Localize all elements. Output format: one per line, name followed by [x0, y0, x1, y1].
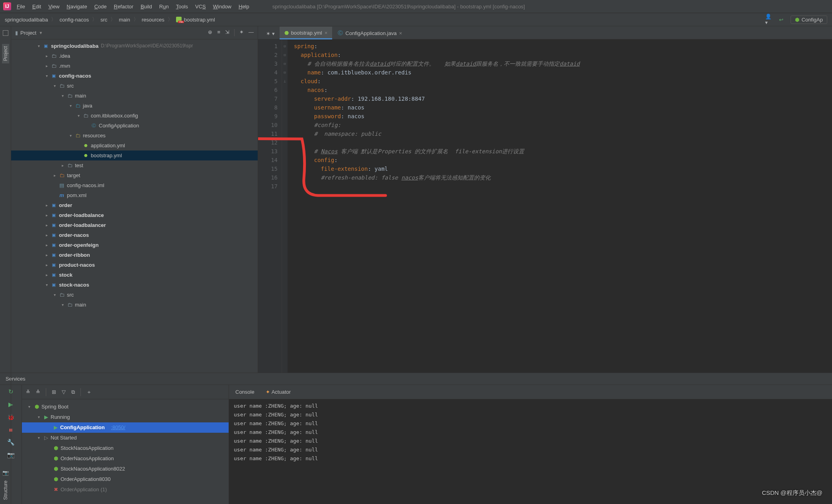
- tree-root[interactable]: springcloudalibaba: [51, 42, 98, 50]
- tree-node[interactable]: pom.xml: [67, 191, 86, 199]
- breadcrumb-item[interactable]: src: [100, 17, 107, 23]
- tree-node[interactable]: order-nacos: [59, 231, 89, 239]
- tree-node[interactable]: order-openfeign: [59, 241, 99, 249]
- tree-node[interactable]: java: [83, 102, 92, 110]
- expand-all-icon[interactable]: ≡: [217, 29, 220, 36]
- menu-edit[interactable]: Edit: [32, 4, 41, 10]
- tree-node[interactable]: target: [67, 171, 80, 180]
- filter-icon[interactable]: ▽: [62, 389, 66, 395]
- group-icon[interactable]: ⊞: [52, 389, 56, 395]
- services-header[interactable]: Services: [0, 373, 832, 385]
- tab-settings-icon[interactable]: ✶ ▾: [262, 28, 279, 39]
- menu-help[interactable]: Help: [239, 4, 249, 10]
- menu-view[interactable]: View: [48, 4, 59, 10]
- running-app[interactable]: ConfigApplication: [60, 423, 105, 432]
- console-tab[interactable]: Console: [234, 387, 256, 397]
- menu-file[interactable]: File: [17, 4, 25, 10]
- service-app[interactable]: OrderApplication8030: [61, 475, 111, 484]
- tree-node[interactable]: src: [67, 291, 74, 299]
- code-editor[interactable]: 123 456 789 101112 131415 1617 ⊟⊟ ⊟ ⊟ ⊥ …: [258, 39, 832, 373]
- breadcrumb-item[interactable]: bootstrap.yml: [184, 17, 215, 23]
- project-tool-button[interactable]: Project: [2, 44, 9, 63]
- console-output[interactable]: user name :ZHENG; age: nulluser name :ZH…: [229, 399, 832, 504]
- tree-node[interactable]: stock-nacos: [59, 281, 89, 289]
- layout-icon[interactable]: ⧉: [71, 389, 75, 395]
- back-arrow-icon[interactable]: ↩: [778, 16, 785, 23]
- tree-node[interactable]: com.itbluebox.config: [91, 111, 138, 120]
- folder-icon: ▮: [15, 30, 18, 36]
- menu-vcs[interactable]: VCS: [195, 4, 206, 10]
- tree-node[interactable]: config-nacos: [59, 72, 91, 80]
- add-icon[interactable]: ＋: [86, 389, 92, 396]
- settings-icon[interactable]: ✶: [239, 29, 244, 36]
- tree-node[interactable]: order-ribbon: [59, 251, 90, 259]
- tree-node[interactable]: main: [75, 92, 86, 100]
- hide-icon[interactable]: —: [249, 29, 254, 36]
- actuator-tab[interactable]: ✦Actuator: [264, 387, 292, 397]
- collapse-icon[interactable]: ≙: [36, 389, 40, 395]
- tree-node[interactable]: order-loadbalancer: [59, 221, 106, 229]
- menu-navigate[interactable]: Navigate: [67, 4, 87, 10]
- not-started-icon: ▷: [44, 434, 48, 442]
- project-view-selector[interactable]: ▮ Project ▼: [15, 30, 43, 36]
- collapse-all-icon[interactable]: ⇲: [225, 29, 229, 36]
- tree-node[interactable]: application.yml: [91, 141, 125, 150]
- menu-refactor[interactable]: Refactor: [114, 4, 133, 10]
- menu-build[interactable]: Build: [141, 4, 152, 10]
- tree-node[interactable]: stock: [59, 271, 72, 279]
- project-tool-window: ▮ Project ▼ ⊕ ≡ ⇲ ✶ — ▾▣springcloudaliba…: [11, 26, 258, 373]
- tree-node[interactable]: order: [59, 201, 72, 209]
- menu-window[interactable]: Window: [213, 4, 231, 10]
- tree-node[interactable]: test: [75, 161, 83, 170]
- service-app[interactable]: StockNacosApplication8022: [61, 465, 125, 473]
- project-tool-icon[interactable]: [3, 30, 8, 36]
- user-icon[interactable]: 👤▾: [765, 16, 772, 23]
- tree-node[interactable]: src: [67, 82, 74, 90]
- running-app-port[interactable]: :8050/: [111, 423, 125, 432]
- editor-tab[interactable]: Ⓒ ConfigApplication.java ×: [333, 26, 407, 39]
- running-group[interactable]: Running: [51, 413, 70, 422]
- expand-icon[interactable]: ≚: [26, 389, 30, 395]
- breadcrumb-item[interactable]: resources: [142, 17, 164, 23]
- breadcrumb[interactable]: springcloudalibaba〉 config-nacos〉 src〉 m…: [5, 16, 215, 23]
- services-tree-panel: ≚ ≙ ⊞ ▽ ⧉ ＋ ▾⬢Spring Boot ▾▶Running ▶Con…: [22, 385, 229, 504]
- tree-node[interactable]: ConfigApplication: [99, 121, 139, 130]
- structure-tool-button[interactable]: Structure: [3, 481, 8, 500]
- editor-gutter[interactable]: 123 456 789 101112 131415 1617: [258, 39, 282, 373]
- tree-node[interactable]: order-loadbalance: [59, 211, 104, 219]
- menu-tools[interactable]: Tools: [176, 4, 188, 10]
- tree-node[interactable]: product-nacos: [59, 261, 95, 269]
- service-app[interactable]: StockNacosApplication: [61, 444, 114, 453]
- camera-icon[interactable]: 📷: [2, 470, 9, 476]
- code-content[interactable]: spring: application: # 会自动根据服务名拉去dataid对…: [288, 39, 832, 373]
- breadcrumb-item[interactable]: config-nacos: [59, 17, 89, 23]
- breadcrumb-item[interactable]: main: [119, 17, 130, 23]
- menu-run[interactable]: Run: [159, 4, 169, 10]
- run-config-selector[interactable]: ⬢ ConfigAp: [791, 16, 827, 24]
- tree-node[interactable]: config-nacos.iml: [67, 181, 104, 189]
- spring-icon: ⬢: [54, 454, 58, 463]
- breadcrumb-item[interactable]: springcloudalibaba: [5, 17, 48, 23]
- select-opened-file-icon[interactable]: ⊕: [208, 29, 212, 36]
- tree-node[interactable]: main: [75, 301, 86, 309]
- close-tab-icon[interactable]: ×: [399, 30, 402, 36]
- run-icon: ▶: [44, 413, 48, 422]
- fold-column[interactable]: ⊟⊟ ⊟ ⊟ ⊥: [282, 39, 288, 373]
- editor-tab[interactable]: ⬣ bootstrap.yml ×: [280, 27, 333, 39]
- project-tree[interactable]: ▾▣springcloudalibabaD:\ProgramWorkSpace\…: [11, 39, 258, 373]
- service-app[interactable]: OrderApplication (1): [61, 485, 107, 494]
- spring-icon: ⬢: [54, 465, 58, 473]
- services-root[interactable]: Spring Boot: [41, 402, 69, 411]
- tree-node[interactable]: resources: [83, 131, 106, 140]
- console-tabs: Console ✦Actuator: [229, 385, 832, 399]
- tree-node-selected[interactable]: ⬣bootstrap.yml: [11, 150, 258, 160]
- tree-node[interactable]: .idea: [59, 52, 70, 60]
- not-started-group[interactable]: Not Started: [51, 434, 77, 442]
- tree-root-path: D:\ProgramWorkSpace\IDEA\20230519\spr: [101, 42, 193, 50]
- service-app[interactable]: OrderNacosApplication: [61, 454, 114, 463]
- services-tree[interactable]: ▾⬢Spring Boot ▾▶Running ▶ConfigApplicati…: [22, 399, 229, 504]
- menu-code[interactable]: Code: [94, 4, 107, 10]
- project-panel-header: ▮ Project ▼ ⊕ ≡ ⇲ ✶ —: [11, 26, 258, 39]
- close-tab-icon[interactable]: ×: [325, 30, 328, 36]
- tree-node[interactable]: .mvn: [59, 62, 70, 70]
